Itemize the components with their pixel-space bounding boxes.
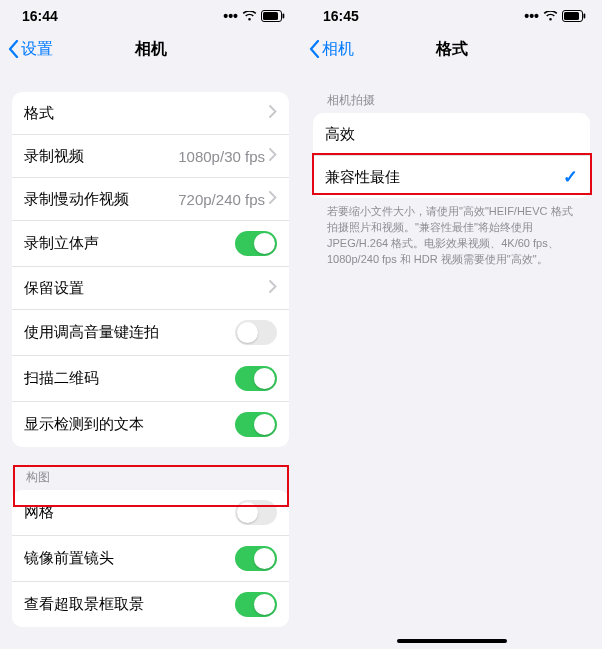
battery-icon bbox=[562, 10, 586, 22]
section-header-composition: 构图 bbox=[12, 469, 289, 486]
row-formats[interactable]: 格式 bbox=[12, 92, 289, 134]
status-right: ••• bbox=[524, 8, 586, 24]
toggle-scan-qr[interactable] bbox=[235, 366, 277, 391]
camera-settings-screen: 16:44 ••• 设置 相机 格式 录制视频 108 bbox=[0, 0, 301, 649]
svg-rect-5 bbox=[584, 14, 586, 19]
chevron-right-icon bbox=[269, 190, 277, 208]
group-main: 格式 录制视频 1080p/30 fps 录制慢动作视频 720p/240 fp… bbox=[12, 92, 289, 447]
row-vol-burst: 使用调高音量键连拍 bbox=[12, 309, 289, 355]
cellular-icon: ••• bbox=[223, 8, 238, 24]
battery-icon bbox=[261, 10, 285, 22]
toggle-view-outside[interactable] bbox=[235, 592, 277, 617]
row-detect-text: 显示检测到的文本 bbox=[12, 401, 289, 447]
home-indicator[interactable] bbox=[397, 639, 507, 643]
row-record-slomo[interactable]: 录制慢动作视频 720p/240 fps bbox=[12, 177, 289, 220]
nav-bar: 设置 相机 bbox=[0, 28, 301, 74]
formats-footer: 若要缩小文件大小，请使用"高效"HEIF/HEVC 格式拍摄照片和视频。"兼容性… bbox=[313, 198, 590, 268]
status-time: 16:44 bbox=[22, 8, 58, 24]
row-view-outside: 查看超取景框取景 bbox=[12, 581, 289, 627]
chevron-right-icon bbox=[269, 104, 277, 122]
nav-bar: 相机 格式 bbox=[301, 28, 602, 74]
row-scan-qr: 扫描二维码 bbox=[12, 355, 289, 401]
page-title: 格式 bbox=[301, 39, 602, 60]
row-grid: 网格 bbox=[12, 490, 289, 535]
group-formats: 高效 兼容性最佳 ✓ bbox=[313, 113, 590, 198]
row-most-compatible[interactable]: 兼容性最佳 ✓ bbox=[313, 155, 590, 198]
wifi-icon bbox=[543, 11, 558, 22]
toggle-vol-burst[interactable] bbox=[235, 320, 277, 345]
row-record-video[interactable]: 录制视频 1080p/30 fps bbox=[12, 134, 289, 177]
page-title: 相机 bbox=[0, 39, 301, 60]
toggle-mirror-front[interactable] bbox=[235, 546, 277, 571]
cellular-icon: ••• bbox=[524, 8, 539, 24]
status-bar: 16:45 ••• bbox=[301, 0, 602, 28]
status-bar: 16:44 ••• bbox=[0, 0, 301, 28]
status-time: 16:45 bbox=[323, 8, 359, 24]
chevron-right-icon bbox=[269, 279, 277, 297]
checkmark-icon: ✓ bbox=[563, 166, 578, 188]
row-high-efficiency[interactable]: 高效 bbox=[313, 113, 590, 155]
toggle-stereo[interactable] bbox=[235, 231, 277, 256]
section-header-capture: 相机拍摄 bbox=[313, 92, 590, 109]
formats-screen: 16:45 ••• 相机 格式 相机拍摄 高效 兼容性最佳 ✓ bbox=[301, 0, 602, 649]
row-stereo: 录制立体声 bbox=[12, 220, 289, 266]
toggle-detect-text[interactable] bbox=[235, 412, 277, 437]
svg-rect-4 bbox=[564, 12, 579, 20]
svg-rect-2 bbox=[283, 14, 285, 19]
svg-rect-1 bbox=[263, 12, 278, 20]
group-composition: 网格 镜像前置镜头 查看超取景框取景 bbox=[12, 490, 289, 627]
chevron-right-icon bbox=[269, 147, 277, 165]
wifi-icon bbox=[242, 11, 257, 22]
row-preserve[interactable]: 保留设置 bbox=[12, 266, 289, 309]
toggle-grid[interactable] bbox=[235, 500, 277, 525]
row-mirror-front: 镜像前置镜头 bbox=[12, 535, 289, 581]
status-right: ••• bbox=[223, 8, 285, 24]
